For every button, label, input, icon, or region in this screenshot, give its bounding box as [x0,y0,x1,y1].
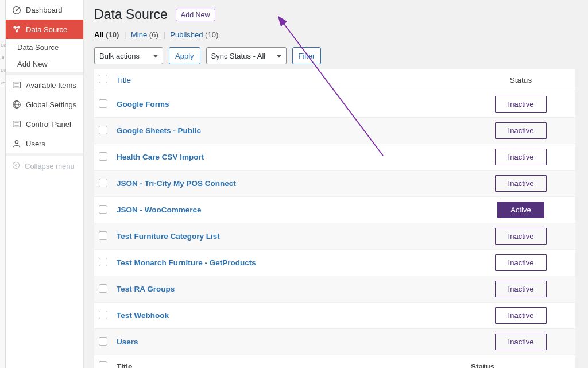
table-row: Test RA GroupsInactive [94,276,575,303]
view-filter-published[interactable]: Published (10) [170,30,218,39]
table-footer-row: Title Status [94,355,575,369]
collapse-label: Collapse menu [25,162,75,171]
status-badge[interactable]: Inactive [495,334,547,350]
row-title-link[interactable]: JSON - Tri-City My POS Connect [117,179,236,188]
user-icon [11,138,22,149]
sidebar-sub-add-new[interactable]: Add New [6,56,83,72]
main-content: Data Source Add New All (10) | Mine (6) … [84,0,588,368]
table-row: JSON - WooCommerceActive [94,197,575,223]
svg-point-1 [16,10,18,11]
column-status-footer: Status [466,355,575,369]
sidebar-item-dashboard[interactable]: Dashboard [6,0,83,20]
sidebar-item-global-settings[interactable]: Global Settings [6,95,83,114]
status-badge[interactable]: Inactive [495,254,547,271]
data-source-table: Title Status Google FormsInactiveGoogle … [94,69,575,368]
column-title-footer[interactable]: Title [112,355,466,369]
datasource-icon [11,24,22,34]
row-checkbox[interactable] [99,337,107,346]
table-row: Google Sheets - PublicInactive [94,118,575,144]
collapse-menu[interactable]: Collapse menu [6,156,83,176]
row-checkbox[interactable] [99,205,107,214]
row-title-link[interactable]: Google Sheets - Public [117,126,201,135]
row-title-link[interactable]: Test Furniture Category List [117,232,220,241]
page-header: Data Source Add New [94,7,575,22]
page-title: Data Source [94,7,168,22]
offscreen-left-col: DadLDake [0,0,6,368]
apply-button[interactable]: Apply [169,47,200,64]
collapse-icon [11,161,21,172]
row-title-link[interactable]: JSON - WooCommerce [117,206,202,214]
column-title[interactable]: Title [112,69,466,91]
status-badge[interactable]: Inactive [495,175,547,192]
sidebar-item-label: Users [26,140,45,148]
table-row: UsersInactive [94,329,575,355]
row-title-link[interactable]: Health Care CSV Import [117,153,204,161]
select-all-checkbox-footer[interactable] [99,361,107,368]
list-icon [11,80,22,90]
status-badge[interactable]: Inactive [495,281,547,297]
view-filter-bar: All (10) | Mine (6) | Published (10) [94,30,575,39]
panel-icon [11,119,22,129]
sidebar-item-label: Dashboard [26,6,63,14]
row-checkbox[interactable] [99,311,107,319]
table-toolbar: Bulk actions Apply Sync Status - All Fil… [94,47,575,64]
svg-point-15 [13,162,19,168]
sidebar-item-label: Data Source [26,25,67,34]
sidebar-item-label: Available Items [26,81,76,90]
table-row: Health Care CSV ImportInactive [94,144,575,171]
row-checkbox[interactable] [99,284,107,293]
globe-icon [11,99,22,110]
sidebar-item-label: Control Panel [26,120,71,129]
row-checkbox[interactable] [99,231,107,240]
column-status: Status [466,69,575,91]
sidebar-item-control-panel[interactable]: Control Panel [6,114,83,134]
status-badge[interactable]: Inactive [495,96,547,113]
sidebar-item-data-source[interactable]: Data Source [6,20,83,39]
status-badge[interactable]: Inactive [495,122,547,139]
row-checkbox[interactable] [99,152,107,161]
select-all-checkbox[interactable] [99,75,107,83]
svg-rect-5 [13,82,21,88]
table-row: JSON - Tri-City My POS ConnectInactive [94,171,575,197]
sync-status-select[interactable]: Sync Status - All [206,47,287,64]
admin-sidebar: Dashboard Data Source Data Source Add Ne… [6,0,84,368]
svg-point-14 [15,141,18,144]
row-title-link[interactable]: Test Monarch Furniture - GetProducts [117,258,256,267]
row-checkbox[interactable] [99,258,107,266]
sidebar-item-users[interactable]: Users [6,134,83,153]
gauge-icon [11,5,22,15]
status-badge[interactable]: Active [497,202,544,218]
table-row: Test WebhookInactive [94,303,575,329]
table-header-row: Title Status [94,69,575,91]
sidebar-sub-data-source[interactable]: Data Source [6,39,83,56]
row-checkbox[interactable] [99,126,107,134]
add-new-button[interactable]: Add New [176,9,215,21]
row-title-link[interactable]: Users [117,338,138,346]
sidebar-item-label: Global Settings [26,100,76,109]
row-title-link[interactable]: Test RA Groups [117,285,175,293]
table-row: Google FormsInactive [94,91,575,118]
status-badge[interactable]: Inactive [495,149,547,165]
sidebar-item-available-items[interactable]: Available Items [6,75,83,95]
table-row: Test Furniture Category ListInactive [94,223,575,250]
status-badge[interactable]: Inactive [495,228,547,245]
bulk-actions-select[interactable]: Bulk actions [94,47,163,64]
row-title-link[interactable]: Google Forms [117,100,169,109]
svg-rect-11 [13,121,21,127]
row-checkbox[interactable] [99,99,107,108]
filter-button[interactable]: Filter [292,47,322,64]
row-checkbox[interactable] [99,179,107,187]
view-filter-mine[interactable]: Mine (6) [131,30,158,39]
row-title-link[interactable]: Test Webhook [117,311,169,320]
view-filter-all[interactable]: All (10) [94,30,119,39]
table-row: Test Monarch Furniture - GetProductsInac… [94,250,575,276]
status-badge[interactable]: Inactive [495,307,547,324]
